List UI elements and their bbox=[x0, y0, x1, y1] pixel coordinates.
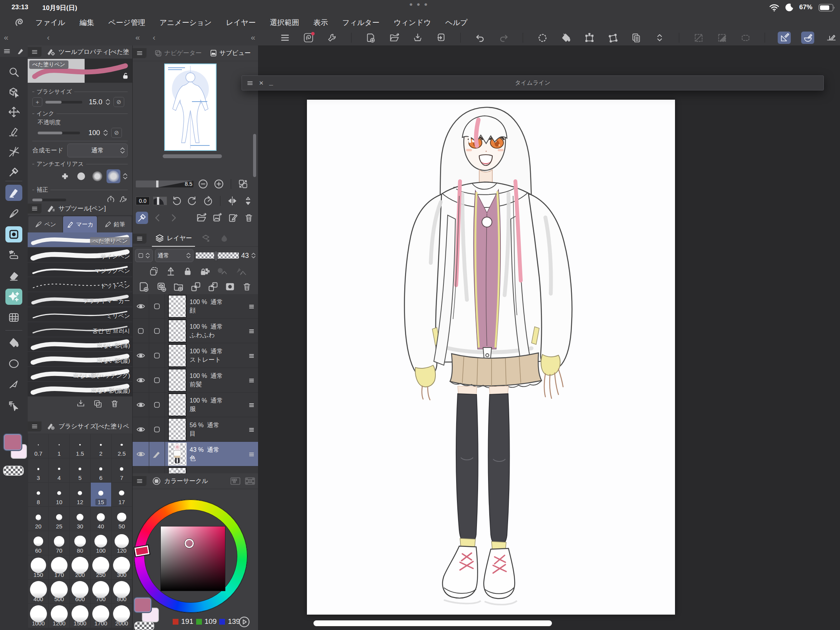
layer-thumbnail[interactable] bbox=[168, 295, 187, 318]
layer-checkbox-cell[interactable] bbox=[149, 466, 165, 473]
brush-size-cell[interactable]: 1 bbox=[49, 434, 69, 458]
opacity-dynamics-button[interactable]: ⊘ bbox=[111, 128, 122, 138]
brush-size-cell[interactable]: 3 bbox=[28, 458, 48, 482]
menu-item[interactable]: 編集 bbox=[80, 18, 94, 28]
brush-size-cell[interactable]: 2.5 bbox=[112, 434, 132, 458]
add-to-quick-settings-button[interactable]: ＋ bbox=[32, 97, 42, 107]
brush-size-cell[interactable]: 10 bbox=[49, 483, 69, 506]
intermediate-color-tab-icon[interactable] bbox=[244, 476, 256, 486]
subtool-tab-marker[interactable]: マーカ bbox=[63, 216, 97, 232]
selection-launcher-button[interactable] bbox=[739, 32, 752, 44]
flip-horizontal-button[interactable] bbox=[226, 195, 238, 207]
main-color-swatch[interactable] bbox=[134, 598, 151, 612]
tab-layer[interactable]: レイヤー bbox=[152, 231, 195, 247]
tool-mesh[interactable] bbox=[5, 309, 22, 326]
layer-visibility-toggle[interactable] bbox=[133, 449, 149, 459]
brush-size-cell[interactable]: 1500 bbox=[70, 604, 90, 628]
export-button[interactable] bbox=[435, 32, 448, 44]
menu-item[interactable]: ファイル bbox=[35, 18, 65, 28]
reset-rotation-button[interactable] bbox=[202, 195, 214, 207]
collapse-chevron[interactable]: ‹ bbox=[47, 33, 50, 42]
free-transform-button[interactable] bbox=[606, 32, 619, 44]
layer-row[interactable]: 56 % 通常 目 bbox=[133, 417, 258, 442]
layer-thumbnail[interactable] bbox=[168, 344, 187, 367]
brush-size-cell[interactable]: 6 bbox=[91, 458, 111, 482]
undo-button[interactable] bbox=[473, 32, 487, 44]
subview-thumbnail[interactable] bbox=[164, 64, 217, 151]
panel-menu-button[interactable] bbox=[133, 234, 147, 244]
subtool-item[interactable]: マジックペン bbox=[28, 262, 132, 277]
layer-row-menu[interactable] bbox=[245, 426, 258, 433]
panel-menu-button[interactable] bbox=[133, 48, 147, 58]
collapse-left-chevron[interactable]: « bbox=[135, 33, 140, 42]
brush-size-cell[interactable]: 7 bbox=[112, 458, 132, 482]
subtool-item[interactable]: 중간 빈 브러시 bbox=[28, 322, 132, 337]
layer-thumbnail[interactable] bbox=[168, 369, 187, 392]
lock-icon[interactable] bbox=[122, 72, 129, 80]
panel-menu-button[interactable] bbox=[133, 476, 147, 486]
menu-item[interactable]: ページ管理 bbox=[108, 18, 145, 28]
toolbar-expand-button[interactable] bbox=[653, 32, 666, 44]
subtool-tab-pencil[interactable]: 鉛筆 bbox=[98, 216, 132, 232]
brush-size-cell[interactable]: 600 bbox=[70, 580, 90, 603]
delete-layer-icon[interactable] bbox=[242, 282, 252, 292]
invert-selection-button[interactable] bbox=[715, 32, 728, 44]
next-image-button[interactable] bbox=[167, 212, 180, 224]
panel-menu-button[interactable] bbox=[28, 204, 42, 214]
brush-size-cell[interactable]: 1000 bbox=[28, 604, 48, 628]
saturation-value-square[interactable] bbox=[161, 526, 225, 591]
brush-size-cell[interactable]: 1.5 bbox=[70, 434, 90, 458]
subtool-item[interactable]: ドットペン bbox=[28, 277, 132, 292]
thumbnail-size-select[interactable] bbox=[135, 249, 153, 262]
brush-size-slider[interactable] bbox=[45, 101, 82, 104]
subview-zoom-slider[interactable]: 8.5 bbox=[136, 180, 193, 187]
subtool-item[interactable]: サインペン bbox=[28, 247, 132, 262]
tool-eraser[interactable] bbox=[5, 268, 22, 284]
subtool-item[interactable]: ミリペン bbox=[28, 307, 132, 322]
new-3d-layer-icon[interactable] bbox=[156, 281, 167, 292]
brush-size-cell[interactable]: 170 bbox=[49, 555, 69, 579]
import-subtool-icon[interactable] bbox=[76, 399, 85, 408]
paste-button[interactable] bbox=[630, 32, 643, 44]
brush-size-cell[interactable]: 150 bbox=[28, 555, 48, 579]
main-menu-button[interactable] bbox=[278, 32, 292, 44]
brush-size-cell[interactable]: 250 bbox=[91, 555, 111, 579]
layer-visibility-toggle[interactable] bbox=[133, 301, 149, 311]
color-set-tab-icon[interactable] bbox=[230, 476, 241, 486]
tool-operation-3d[interactable] bbox=[5, 84, 22, 100]
layer-thumbnail[interactable] bbox=[168, 393, 187, 416]
collapse-chevron[interactable]: ‹ bbox=[153, 33, 155, 42]
antialias-weak-button[interactable] bbox=[74, 169, 88, 183]
subtool-item[interactable]: フラットマーカー bbox=[28, 292, 132, 307]
tool-move[interactable] bbox=[5, 104, 22, 120]
clip-studio-home-button[interactable] bbox=[302, 32, 315, 44]
fill-button[interactable] bbox=[559, 32, 572, 44]
antialias-medium-button[interactable] bbox=[90, 169, 104, 183]
antialias-none-button[interactable] bbox=[58, 169, 72, 183]
brush-size-cell[interactable]: 50 bbox=[112, 507, 132, 531]
layer-checkbox-cell[interactable] bbox=[149, 442, 165, 466]
menu-item[interactable]: ウィンドウ bbox=[393, 18, 431, 28]
layer-row[interactable]: 100 % 通常 ふわふわ bbox=[133, 319, 258, 343]
brush-size-cell[interactable]: 400 bbox=[28, 580, 48, 603]
brush-size-cell[interactable]: 120 bbox=[112, 531, 132, 555]
subview-rotate-slider[interactable] bbox=[153, 197, 167, 205]
layer-opacity-slider[interactable] bbox=[196, 252, 239, 259]
open-file-button[interactable] bbox=[388, 32, 401, 44]
merge-down-icon[interactable] bbox=[208, 281, 218, 292]
layer-thumbnail[interactable] bbox=[168, 418, 187, 441]
layer-visibility-toggle[interactable] bbox=[133, 400, 149, 410]
layer-visibility-toggle[interactable] bbox=[133, 424, 149, 434]
brush-size-cell[interactable]: 2 bbox=[91, 434, 111, 458]
layer-checkbox-cell[interactable] bbox=[149, 343, 165, 368]
edit-image-button[interactable] bbox=[227, 212, 239, 224]
layer-checkbox-cell[interactable] bbox=[149, 417, 165, 441]
subtool-tab-pen[interactable]: ペン bbox=[28, 216, 62, 232]
brush-size-cell[interactable]: 8 bbox=[28, 483, 48, 506]
tool-selection-pen[interactable] bbox=[5, 124, 22, 140]
brush-size-cell[interactable]: 300 bbox=[112, 555, 132, 579]
fit-to-screen-button[interactable] bbox=[237, 178, 249, 190]
menu-item[interactable]: フィルター bbox=[342, 18, 380, 28]
panel-menu-button[interactable] bbox=[28, 421, 42, 431]
brush-size-cell[interactable]: 40 bbox=[91, 507, 111, 531]
